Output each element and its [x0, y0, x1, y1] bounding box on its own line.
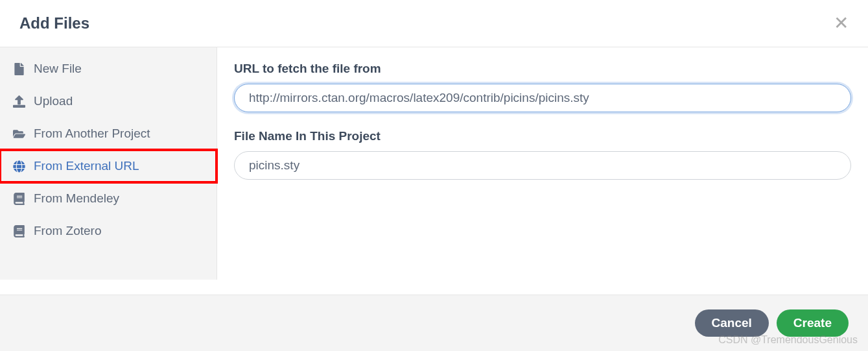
- sidebar-item-from-another-project[interactable]: From Another Project: [0, 117, 217, 150]
- create-button[interactable]: Create: [777, 309, 849, 337]
- sidebar-item-new-file[interactable]: New File: [0, 53, 217, 85]
- sidebar-item-label: From Mendeley: [34, 191, 119, 206]
- sidebar-item-from-mendeley[interactable]: From Mendeley: [0, 182, 217, 215]
- modal-title: Add Files: [19, 14, 89, 32]
- main-panel: URL to fetch the file from File Name In …: [217, 47, 868, 280]
- sidebar-item-label: From Another Project: [34, 127, 150, 141]
- file-icon: [13, 63, 29, 75]
- sidebar-item-label: From External URL: [34, 159, 139, 173]
- folder-open-icon: [13, 128, 29, 140]
- modal-footer: Cancel Create: [0, 295, 868, 351]
- sidebar: New File Upload From Another Project Fro…: [0, 47, 217, 280]
- modal-header: Add Files ✕: [0, 0, 868, 47]
- sidebar-item-upload[interactable]: Upload: [0, 85, 217, 117]
- modal-body: New File Upload From Another Project Fro…: [0, 47, 868, 280]
- sidebar-item-label: Upload: [34, 94, 73, 108]
- sidebar-item-label: New File: [34, 62, 82, 76]
- sidebar-item-from-zotero[interactable]: From Zotero: [0, 215, 217, 247]
- filename-field-label: File Name In This Project: [234, 129, 851, 143]
- sidebar-item-label: From Zotero: [34, 224, 102, 238]
- book-icon: [13, 193, 29, 205]
- url-input[interactable]: [234, 84, 851, 112]
- book-icon: [13, 225, 29, 237]
- globe-icon: [13, 160, 29, 173]
- url-field-label: URL to fetch the file from: [234, 62, 851, 76]
- sidebar-item-from-external-url[interactable]: From External URL: [0, 150, 217, 182]
- close-icon[interactable]: ✕: [834, 14, 849, 32]
- upload-icon: [13, 95, 29, 108]
- filename-input[interactable]: [234, 151, 851, 180]
- cancel-button[interactable]: Cancel: [695, 309, 769, 337]
